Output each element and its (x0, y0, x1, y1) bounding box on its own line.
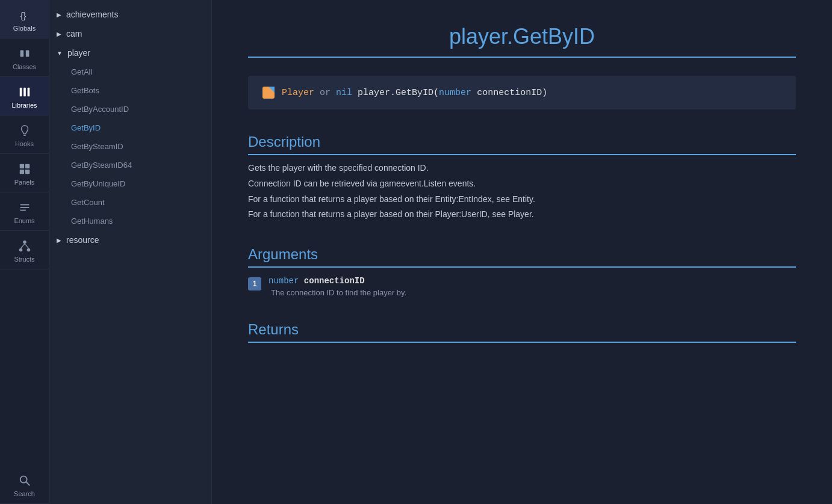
svg-rect-7 (19, 164, 23, 168)
arg-type-1: number (269, 276, 299, 286)
structs-label: Structs (14, 256, 34, 263)
description-heading: Description (248, 134, 796, 155)
chevron-right-icon: ▶ (57, 31, 61, 37)
nav-label-getall: GetAll (71, 67, 204, 76)
arguments-heading: Arguments (248, 246, 796, 268)
arg-content-1: number connectionID The connection ID to… (269, 276, 796, 297)
enums-label: Enums (14, 217, 34, 224)
structs-icon (18, 239, 31, 253)
svg-point-15 (19, 248, 22, 252)
svg-rect-3 (19, 88, 22, 97)
title-divider (248, 57, 796, 58)
libraries-label: Libraries (11, 102, 37, 109)
svg-rect-9 (19, 170, 23, 174)
page-title: player.GetByID (248, 24, 796, 49)
nav-label-getcount: GetCount (71, 198, 204, 207)
svg-line-18 (25, 244, 28, 248)
nav-label-getbyaccountid: GetByAccountID (71, 105, 204, 114)
classes-label: Classes (13, 63, 36, 70)
nav-label-cam: cam (66, 29, 204, 38)
svg-rect-5 (27, 88, 29, 97)
arg-name-1: connectionID (304, 276, 365, 286)
description-text: Gets the player with the specified conne… (248, 161, 796, 222)
chevron-right-icon: ▶ (57, 237, 61, 244)
nav-label-getbyid: GetByID (71, 123, 204, 132)
description-line-2: Connection ID can be retrieved via gamee… (248, 177, 796, 191)
sidebar-item-globals[interactable]: {} Globals (0, 0, 49, 38)
nav-label-getbyuniqueid: GetByUniqueID (71, 179, 204, 188)
description-line-1: Gets the player with the specified conne… (248, 161, 796, 176)
svg-point-14 (23, 241, 26, 244)
sidebar-item-enums[interactable]: Enums (0, 192, 49, 231)
sidebar-item-libraries[interactable]: Libraries (0, 77, 49, 115)
panels-icon (18, 162, 31, 176)
arg-number-1: 1 (248, 277, 261, 290)
svg-line-17 (20, 244, 24, 248)
nav-item-gethumans[interactable]: GetHumans (49, 212, 211, 230)
svg-rect-10 (25, 170, 29, 174)
nav-item-getbyaccountid[interactable]: GetByAccountID (49, 100, 211, 118)
libraries-icon (18, 85, 31, 99)
globals-icon: {} (18, 8, 31, 22)
svg-text:{}: {} (20, 11, 26, 20)
svg-rect-1 (20, 51, 23, 57)
icon-sidebar: {} Globals Classes Libraries Hooks (0, 0, 49, 504)
description-line-4: For a function that returns a player bas… (248, 207, 796, 222)
panels-label: Panels (14, 179, 35, 186)
nav-label-achievements: achievements (66, 10, 204, 19)
svg-rect-4 (23, 88, 26, 97)
nav-item-cam[interactable]: ▶ cam (49, 24, 211, 43)
chevron-right-icon: ▶ (57, 11, 61, 18)
sidebar-item-structs[interactable]: Structs (0, 231, 49, 269)
nav-item-getall[interactable]: GetAll (49, 63, 211, 81)
search-label: Search (14, 490, 35, 497)
nav-label-getbysteamid64: GetBySteamID64 (71, 161, 204, 170)
nav-item-achievements[interactable]: ▶ achievements (49, 5, 211, 24)
hooks-icon (18, 124, 31, 137)
sidebar-item-panels[interactable]: Panels (0, 154, 49, 192)
returns-section: Returns (248, 321, 796, 343)
svg-point-16 (26, 248, 29, 252)
search-icon (18, 474, 31, 487)
nav-item-getbyuniqueid[interactable]: GetByUniqueID (49, 174, 211, 193)
svg-point-19 (20, 476, 26, 483)
svg-rect-8 (25, 164, 29, 168)
sig-return-type: Player or nil player.GetByID(number conn… (282, 88, 547, 98)
returns-heading: Returns (248, 321, 796, 343)
svg-rect-2 (25, 51, 29, 57)
sidebar-item-classes[interactable]: Classes (0, 38, 49, 77)
signature-box: Player or nil player.GetByID(number conn… (248, 76, 796, 109)
nav-item-getbysteamid64[interactable]: GetBySteamID64 (49, 156, 211, 174)
sidebar-item-search[interactable]: Search (0, 466, 49, 504)
nav-item-player[interactable]: ▼ player (49, 43, 211, 63)
nav-item-resource[interactable]: ▶ resource (49, 230, 211, 250)
description-section: Description Gets the player with the spe… (248, 134, 796, 222)
nav-label-getbots: GetBots (71, 86, 204, 95)
argument-item-1: 1 number connectionID The connection ID … (248, 276, 796, 297)
arguments-section: Arguments 1 number connectionID The conn… (248, 246, 796, 297)
nav-item-getbyid[interactable]: GetByID (49, 118, 211, 137)
arg-desc-1: The connection ID to find the player by. (269, 288, 796, 297)
description-line-3: For a function that returns a player bas… (248, 192, 796, 207)
arg-signature-1: number connectionID (269, 276, 796, 286)
player-class-icon (262, 87, 275, 99)
enums-icon (18, 201, 31, 214)
chevron-down-icon: ▼ (57, 50, 63, 57)
nav-label-gethumans: GetHumans (71, 217, 204, 226)
main-content: player.GetByID Player or nil player.GetB… (212, 0, 832, 504)
svg-line-20 (26, 482, 29, 486)
nav-label-getbysteamid: GetBySteamID (71, 142, 204, 151)
nav-item-getcount[interactable]: GetCount (49, 193, 211, 212)
nav-item-getbots[interactable]: GetBots (49, 81, 211, 100)
nav-sidebar: ▶ achievements ▶ cam ▼ player GetAll Get… (49, 0, 212, 504)
globals-label: Globals (13, 25, 36, 32)
nav-label-resource: resource (66, 235, 204, 245)
icon-sidebar-bottom: Search (0, 466, 49, 504)
nav-label-player: player (67, 48, 204, 58)
sidebar-item-hooks[interactable]: Hooks (0, 115, 49, 154)
classes-icon (18, 47, 31, 60)
hooks-label: Hooks (15, 140, 34, 147)
nav-item-getbysteamid[interactable]: GetBySteamID (49, 137, 211, 156)
